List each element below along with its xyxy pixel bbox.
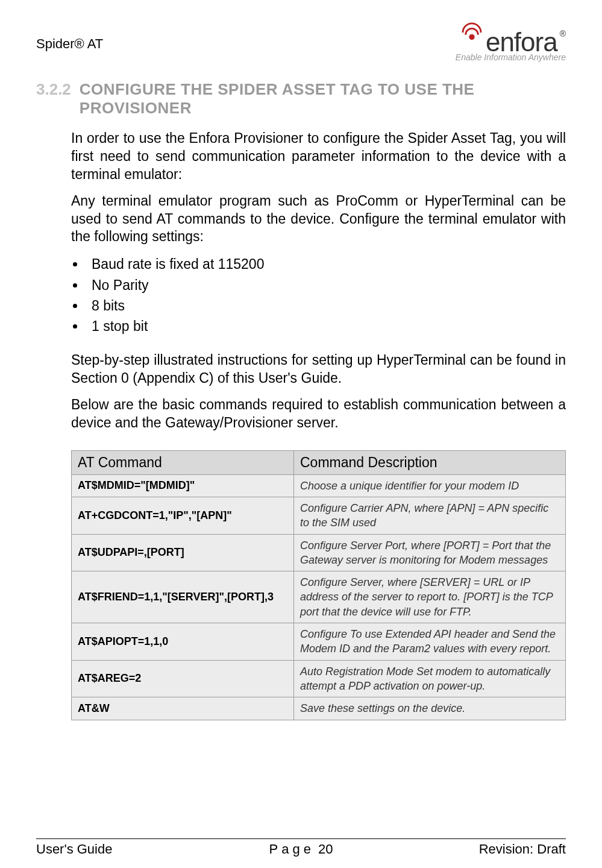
table-header-command: AT Command — [72, 450, 294, 474]
table-header-row: AT Command Command Description — [72, 450, 566, 474]
at-command-table: AT Command Command Description AT$MDMID=… — [71, 450, 566, 720]
paragraph: In order to use the Enfora Provisioner t… — [71, 130, 566, 184]
description-cell: Auto Registration Mode Set modem to auto… — [294, 660, 566, 697]
table-row: AT+CGDCONT=1,"IP","[APN]" Configure Carr… — [72, 497, 566, 534]
list-item: No Parity — [86, 275, 566, 295]
table-body: AT$MDMID="[MDMID]" Choose a unique ident… — [72, 474, 566, 720]
table-row: AT$APIOPT=1,1,0 Configure To use Extende… — [72, 623, 566, 661]
paragraph: Step-by-step illustrated instructions fo… — [71, 351, 566, 388]
footer-center: Page 20 — [36, 841, 566, 857]
description-cell: Configure Server, where [SERVER] = URL o… — [294, 571, 566, 623]
table-row: AT&W Save these settings on the device. — [72, 697, 566, 720]
list-item: 1 stop bit — [86, 316, 566, 336]
description-cell: Configure To use Extended API header and… — [294, 623, 566, 661]
brand-logo: enfora ® Enable Information Anywhere — [456, 27, 566, 62]
table-row: AT$AREG=2 Auto Registration Mode Set mod… — [72, 660, 566, 697]
command-cell: AT$AREG=2 — [72, 660, 294, 697]
description-cell: Choose a unique identifier for your mode… — [294, 474, 566, 497]
document-page: Spider® AT enfora ® Enable Information A… — [0, 0, 602, 868]
settings-bullet-list: Baud rate is fixed at 115200 No Parity 8… — [86, 254, 566, 336]
section-title: CONFIGURE THE SPIDER ASSET TAG TO USE TH… — [80, 80, 566, 118]
command-cell: AT$APIOPT=1,1,0 — [72, 623, 294, 661]
paragraph: Below are the basic commands required to… — [71, 396, 566, 432]
section-number: 3.2.2 — [36, 80, 71, 99]
footer-divider — [36, 838, 566, 839]
description-cell: Save these settings on the device. — [294, 697, 566, 720]
body-content: In order to use the Enfora Provisioner t… — [36, 130, 566, 720]
page-footer: User's Guide Page 20 Revision: Draft — [36, 841, 566, 857]
description-cell: Configure Server Port, where [PORT] = Po… — [294, 534, 566, 571]
list-item: 8 bits — [86, 296, 566, 315]
product-name: Spider® AT — [36, 27, 103, 52]
command-cell: AT+CGDCONT=1,"IP","[APN]" — [72, 497, 294, 534]
table-header-description: Command Description — [294, 450, 566, 474]
command-cell: AT$FRIEND=1,1,"[SERVER]",[PORT],3 — [72, 571, 294, 623]
page-number: 20 — [318, 841, 333, 857]
table-row: AT$MDMID="[MDMID]" Choose a unique ident… — [72, 474, 566, 497]
svg-point-0 — [469, 34, 474, 40]
logo-tagline: Enable Information Anywhere — [456, 52, 566, 62]
section-heading: 3.2.2 CONFIGURE THE SPIDER ASSET TAG TO … — [36, 80, 566, 118]
command-cell: AT$UDPAPI=,[PORT] — [72, 534, 294, 571]
command-cell: AT&W — [72, 697, 294, 720]
list-item: Baud rate is fixed at 115200 — [86, 254, 566, 274]
command-cell: AT$MDMID="[MDMID]" — [72, 474, 294, 497]
page-header: Spider® AT enfora ® Enable Information A… — [36, 27, 566, 62]
signal-arc-icon — [460, 22, 483, 40]
page-label: Page — [269, 841, 315, 857]
registered-mark-icon: ® — [560, 29, 566, 39]
table-row: AT$UDPAPI=,[PORT] Configure Server Port,… — [72, 534, 566, 571]
table-row: AT$FRIEND=1,1,"[SERVER]",[PORT],3 Config… — [72, 571, 566, 623]
description-cell: Configure Carrier APN, where [APN] = APN… — [294, 497, 566, 534]
paragraph: Any terminal emulator program such as Pr… — [71, 192, 566, 247]
